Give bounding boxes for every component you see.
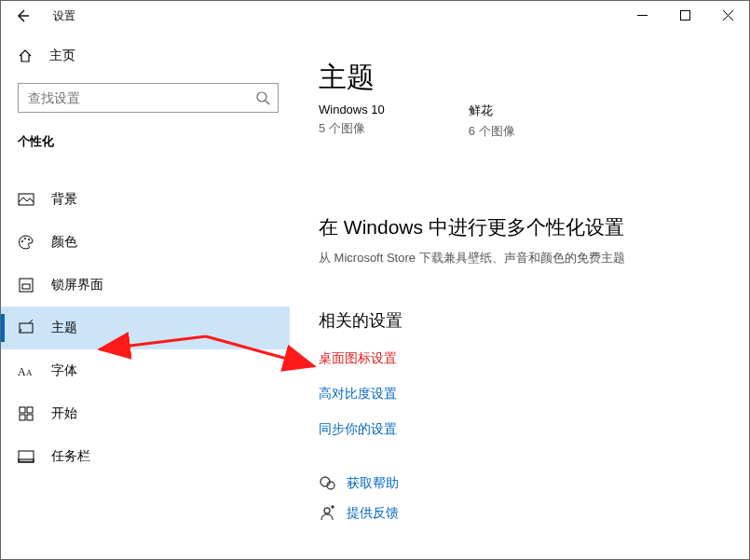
palette-icon [18, 234, 34, 251]
svg-text:A: A [18, 365, 26, 378]
more-personalization-desc: 从 Microsoft Store 下载兼具壁纸、声音和颜色的免费主题 [319, 250, 749, 266]
svg-rect-11 [20, 407, 25, 413]
sidebar-item-background[interactable]: 背景 [1, 178, 290, 221]
theme-item[interactable]: Windows 10 5 个图像 [319, 102, 385, 140]
sidebar-item-start[interactable]: 开始 [1, 392, 290, 435]
back-button[interactable] [8, 2, 36, 30]
help-icon [319, 475, 335, 492]
feedback-icon [319, 505, 335, 522]
search-icon [255, 90, 270, 105]
svg-rect-6 [20, 279, 33, 292]
brush-icon [18, 320, 34, 336]
window-title: 设置 [53, 8, 75, 24]
search-input[interactable] [26, 89, 255, 106]
svg-rect-13 [20, 415, 25, 420]
sidebar-item-colors[interactable]: 颜色 [1, 221, 290, 264]
sidebar-item-lockscreen[interactable]: 锁屏界面 [1, 264, 290, 307]
related-settings-heading: 相关的设置 [319, 309, 749, 332]
sidebar-item-label: 锁屏界面 [51, 277, 103, 294]
start-icon [18, 405, 34, 422]
close-button[interactable] [706, 1, 749, 29]
help-label: 提供反馈 [347, 505, 399, 522]
close-icon [723, 10, 733, 20]
svg-point-1 [257, 92, 266, 102]
sidebar-item-label: 主题 [51, 320, 77, 336]
maximize-icon [680, 10, 690, 20]
sidebar-item-label: 开始 [51, 405, 77, 422]
help-label: 获取帮助 [347, 475, 399, 492]
sidebar-home-label: 主页 [49, 48, 75, 64]
theme-name: Windows 10 [319, 102, 385, 116]
lockscreen-icon [18, 277, 34, 294]
sidebar-category-heading: 个性化 [18, 133, 290, 150]
sidebar-item-taskbar[interactable]: 任务栏 [1, 435, 290, 478]
font-icon: AA [18, 362, 34, 379]
svg-point-4 [24, 238, 26, 239]
image-icon [18, 191, 34, 208]
sidebar-item-label: 颜色 [51, 234, 77, 251]
theme-item[interactable]: 鲜花 6 个图像 [469, 102, 515, 140]
minimize-icon [637, 10, 648, 20]
give-feedback-link[interactable]: 提供反馈 [319, 505, 749, 522]
maximize-button[interactable] [663, 1, 706, 29]
theme-name: 鲜花 [469, 102, 515, 119]
taskbar-icon [18, 448, 34, 465]
theme-sub: 5 个图像 [319, 120, 385, 137]
svg-point-3 [21, 240, 23, 242]
sidebar-item-label: 字体 [51, 362, 77, 379]
link-desktop-icon-settings[interactable]: 桌面图标设置 [319, 350, 749, 367]
svg-rect-16 [19, 459, 34, 462]
sidebar-item-label: 背景 [51, 191, 77, 208]
main-content: 主题 Windows 10 5 个图像 鲜花 6 个图像 在 Windows 中… [290, 31, 749, 559]
sidebar: 主页 个性化 背景 颜色 锁屏界面 [1, 31, 290, 559]
svg-rect-14 [27, 415, 33, 420]
link-high-contrast-settings[interactable]: 高对比度设置 [319, 386, 749, 403]
svg-point-5 [28, 239, 30, 240]
sidebar-home[interactable]: 主页 [1, 38, 290, 74]
get-help-link[interactable]: 获取帮助 [319, 475, 749, 492]
theme-sub: 6 个图像 [469, 123, 515, 140]
page-title: 主题 [319, 59, 749, 97]
svg-rect-7 [22, 284, 30, 289]
home-icon [18, 48, 33, 63]
arrow-left-icon [15, 8, 30, 23]
svg-text:A: A [26, 368, 33, 377]
sidebar-item-fonts[interactable]: AA 字体 [1, 349, 290, 392]
svg-point-19 [324, 508, 330, 513]
sidebar-item-label: 任务栏 [51, 448, 90, 465]
minimize-button[interactable] [620, 1, 663, 29]
svg-rect-0 [680, 10, 689, 20]
sidebar-item-themes[interactable]: 主题 [1, 307, 290, 349]
link-sync-settings[interactable]: 同步你的设置 [319, 421, 749, 438]
svg-point-17 [320, 477, 330, 486]
svg-rect-12 [27, 407, 33, 413]
svg-rect-8 [20, 323, 33, 333]
more-personalization-heading: 在 Windows 中进行更多个性化设置 [319, 214, 749, 240]
search-box[interactable] [18, 83, 279, 113]
